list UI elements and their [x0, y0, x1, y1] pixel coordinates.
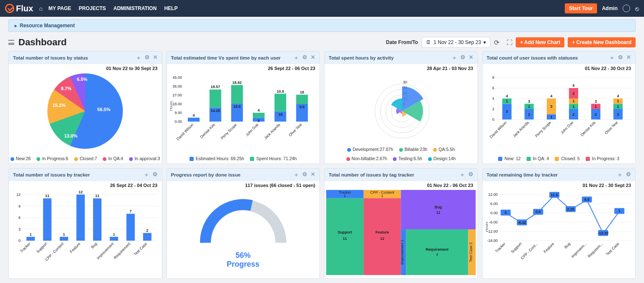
svg-text:10.5: 10.5 — [276, 89, 284, 93]
svg-text:0: 0 — [504, 210, 506, 215]
add-icon[interactable]: ＋ — [293, 171, 299, 179]
svg-text:Improvem...: Improvem... — [570, 241, 587, 259]
card-spent-by-activity: Total spent hours by activity ＋⚙✕ 28 Apr… — [324, 51, 478, 164]
add-icon[interactable]: ＋ — [617, 171, 623, 179]
card-progress-report: Progress report by done issue ＋⚙✕ 117 is… — [166, 168, 320, 279]
svg-text:Test Case 2: Test Case 2 — [469, 242, 473, 262]
fullscreen-icon[interactable]: ⛶ — [506, 39, 512, 46]
svg-text:30: 30 — [403, 80, 407, 84]
svg-rect-11 — [209, 89, 221, 107]
svg-text:4: 4 — [550, 94, 552, 98]
svg-text:1: 1 — [618, 209, 620, 213]
nav-administration[interactable]: ADMINISTRATION — [114, 5, 157, 11]
gear-icon[interactable]: ⚙ — [145, 54, 150, 62]
svg-text:-13.32: -13.32 — [597, 231, 608, 235]
svg-text:12: 12 — [78, 190, 83, 194]
gauge-chart — [197, 197, 289, 251]
card-user-issues-statuses: Total count of user issues with statuses… — [482, 51, 636, 164]
svg-text:2: 2 — [492, 107, 494, 111]
chevron-down-icon: ▾ — [483, 39, 486, 45]
stacked-bar-chart: 02468314David Wilson213Jack Aranda134Per… — [487, 73, 631, 145]
card-date: 01 Nov 22 - 06 Oct 23 — [325, 181, 478, 188]
create-new-dashboard-button[interactable]: + Create New Dashboard — [568, 37, 636, 47]
date-range-picker[interactable]: 🗓 1 Nov 22 - 30 Sep 23 ▾ — [421, 37, 491, 48]
svg-text:John Doe: John Doe — [560, 120, 574, 135]
pie-slice-label: 15.2% — [52, 103, 65, 108]
gear-icon[interactable]: ⚙ — [618, 54, 623, 62]
close-icon[interactable]: ✕ — [626, 54, 631, 62]
add-icon[interactable]: ＋ — [609, 54, 615, 62]
gear-icon[interactable]: ⚙ — [153, 171, 158, 179]
brand-text: Flux — [16, 4, 33, 13]
card-title: Total number of issues by tag tracker — [329, 172, 414, 177]
svg-text:18.57: 18.57 — [210, 85, 220, 89]
add-icon[interactable]: ＋ — [136, 54, 141, 62]
nav-projects[interactable]: PROJECTS — [79, 5, 106, 11]
refresh-icon[interactable] — [494, 39, 503, 46]
stacked-bar-chart: 0.009.0018.0027.0036.0045.004David Wilso… — [171, 73, 316, 145]
svg-text:3: 3 — [528, 99, 530, 104]
svg-text:Denise Kirk: Denise Kirk — [199, 122, 216, 139]
gear-icon[interactable]: ⚙ — [302, 171, 307, 179]
svg-text:1: 1 — [617, 104, 619, 109]
svg-text:Perry Scope: Perry Scope — [534, 120, 552, 138]
close-icon[interactable]: ✕ — [153, 54, 158, 62]
add-icon[interactable]: ＋ — [460, 171, 465, 179]
gear-icon[interactable]: ⚙ — [468, 171, 473, 179]
gear-icon[interactable]: ⚙ — [460, 54, 465, 62]
nav-my-page[interactable]: MY PAGE — [49, 5, 71, 11]
menu-icon[interactable] — [8, 40, 14, 45]
close-icon[interactable]: ✕ — [311, 171, 315, 179]
svg-text:45.00: 45.00 — [172, 75, 182, 80]
svg-text:11: 11 — [95, 194, 99, 198]
svg-rect-125 — [127, 214, 135, 241]
svg-text:David Wilson: David Wilson — [489, 120, 507, 139]
svg-rect-31 — [296, 95, 308, 104]
brand-logo[interactable]: Flux — [5, 4, 33, 13]
logout-icon[interactable]: ⎋ — [635, 5, 639, 12]
svg-text:3: 3 — [506, 109, 508, 114]
svg-text:1: 1 — [528, 104, 530, 109]
start-tour-button[interactable]: Start Tour — [565, 3, 597, 13]
svg-text:5: 5 — [257, 119, 260, 123]
pie-slice-label: 13.0% — [64, 133, 77, 138]
card-remaining-time-by-tracker: Total remaining time by tracker ＋⚙ 01 No… — [482, 168, 636, 279]
add-icon[interactable]: ＋ — [144, 171, 149, 179]
svg-text:Olive Yew: Olive Yew — [288, 122, 302, 137]
close-icon[interactable]: ✕ — [311, 54, 315, 62]
svg-text:0: 0 — [492, 117, 494, 122]
gear-icon[interactable]: ⚙ — [302, 54, 307, 62]
add-icon[interactable]: ＋ — [293, 54, 299, 62]
pie-slice-label: 56.5% — [97, 107, 110, 112]
breadcrumb-bar[interactable]: Resource Management — [8, 19, 636, 32]
gauge-percent: 56% — [236, 251, 251, 260]
chart-legend: Estimated Hours: 69.25hSpent Hours: 71.2… — [167, 154, 320, 164]
card-date: 26 Sept 22 - 04 Oct 23 — [9, 181, 162, 188]
line-chart: -18.00-12.00-6.000.006.0012.000Tracker-6… — [487, 190, 631, 272]
svg-text:1: 1 — [595, 104, 597, 109]
svg-text:Support: Support — [338, 230, 352, 234]
close-icon[interactable]: ✕ — [469, 54, 473, 62]
svg-text:1: 1 — [572, 104, 574, 109]
nav-links: MY PAGE PROJECTS ADMINISTRATION HELP — [49, 5, 178, 11]
svg-text:4: 4 — [492, 96, 494, 101]
add-new-chart-button[interactable]: + Add New Chart — [516, 37, 564, 47]
add-icon[interactable]: ＋ — [452, 54, 457, 62]
svg-text:Support: Support — [36, 241, 48, 254]
svg-text:18: 18 — [278, 112, 282, 117]
svg-text:Test Case: Test Case — [605, 241, 620, 256]
card-issues-by-tag-tracker: Total number of issues by tag tracker ＋⚙… — [324, 168, 478, 279]
svg-text:Feature: Feature — [376, 230, 389, 234]
svg-text:2: 2 — [617, 112, 619, 117]
svg-text:0: 0 — [18, 239, 21, 243]
home-icon[interactable]: ⌂ — [39, 5, 42, 12]
gear-icon[interactable]: ⚙ — [626, 171, 631, 179]
svg-rect-128 — [143, 233, 151, 241]
svg-rect-107 — [26, 237, 35, 241]
svg-text:Jack Aranda: Jack Aranda — [512, 120, 530, 138]
nav-help[interactable]: HELP — [164, 5, 178, 11]
pie-legend: New:26In Progress:6Closed:7In QA:4In app… — [9, 154, 162, 164]
user-name[interactable]: Admin — [602, 5, 618, 11]
user-icon[interactable] — [623, 5, 630, 12]
svg-text:2: 2 — [146, 228, 148, 233]
